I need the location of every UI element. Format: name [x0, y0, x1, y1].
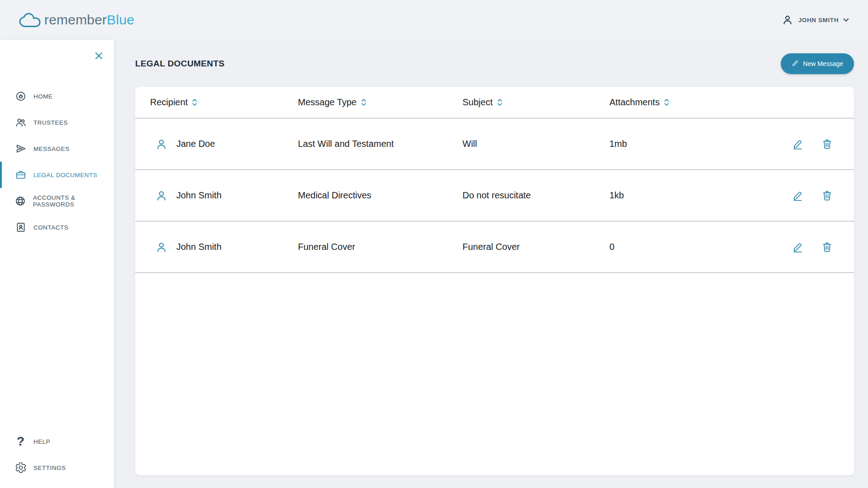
briefcase-icon [14, 169, 27, 181]
gear-icon [14, 462, 27, 474]
new-message-label: New Message [803, 60, 843, 67]
delete-button[interactable] [820, 137, 834, 151]
message-type-cell: Medical Directives [298, 190, 462, 201]
subject-cell: Will [462, 139, 609, 149]
person-icon [155, 189, 168, 202]
recipient-name: John Smith [176, 190, 222, 201]
sidebar-item-label: LEGAL DOCUMENTS [33, 172, 97, 178]
recipient-name: John Smith [176, 242, 222, 252]
question-mark-icon: ? [14, 435, 27, 448]
row-actions [745, 137, 834, 151]
column-header-message-type: Message Type [298, 97, 462, 108]
subject-cell: Do not resucitate [462, 190, 609, 201]
person-icon [155, 137, 168, 151]
sidebar-item-settings[interactable]: SETTINGS [0, 455, 114, 481]
topbar: rememberBlue JOHN SMITH [0, 0, 868, 40]
sidebar-item-label: HELP [33, 438, 50, 445]
person-icon [155, 240, 168, 254]
sort-icon[interactable] [361, 98, 367, 107]
sidebar-item-label: MESSAGES [33, 145, 70, 152]
edit-button[interactable] [791, 137, 805, 151]
edit-button[interactable] [791, 188, 805, 202]
sidebar-item-label: TRUSTEES [33, 119, 68, 126]
sidebar-item-accounts-passwords[interactable]: ACCOUNTS & PASSWORDS [0, 188, 114, 214]
attachments-cell: 1mb [609, 139, 745, 149]
column-label: Subject [462, 97, 493, 108]
message-type-cell: Last Will and Testament [298, 139, 462, 149]
attachments-cell: 0 [609, 242, 745, 252]
column-header-attachments: Attachments [609, 97, 745, 108]
table-row: John Smith Medical Directives Do not res… [135, 170, 854, 221]
home-icon [14, 90, 27, 102]
sidebar-item-trustees[interactable]: TRUSTEES [0, 109, 114, 136]
user-name: JOHN SMITH [798, 17, 839, 23]
column-header-subject: Subject [462, 97, 609, 108]
people-icon [14, 117, 27, 128]
recipient-name: Jane Doe [176, 139, 215, 149]
recipient-cell: John Smith [150, 189, 298, 202]
new-message-button[interactable]: New Message [781, 53, 854, 74]
page-header: LEGAL DOCUMENTS New Message [135, 53, 854, 74]
delete-button[interactable] [820, 240, 834, 254]
recipient-cell: Jane Doe [150, 137, 298, 151]
brand-name-primary: remember [44, 12, 107, 27]
chevron-down-icon [843, 16, 849, 24]
column-label: Attachments [609, 97, 660, 108]
sidebar-item-legal-documents[interactable]: LEGAL DOCUMENTS [0, 162, 114, 188]
sidebar: HOME TRUSTEES MESSAGES [0, 40, 114, 488]
message-type-cell: Funeral Cover [298, 242, 462, 252]
recipient-cell: John Smith [150, 240, 298, 254]
close-icon[interactable] [93, 50, 105, 62]
delete-button[interactable] [820, 188, 834, 202]
brand-name-secondary: Blue [107, 12, 134, 27]
contact-card-icon [14, 221, 27, 233]
sidebar-item-home[interactable]: HOME [0, 83, 114, 109]
table-header-row: Recipient Message Type Subject [135, 87, 854, 118]
brand-logo: rememberBlue [17, 12, 134, 28]
sort-icon[interactable] [664, 98, 670, 107]
main-content: LEGAL DOCUMENTS New Message Recipient [114, 40, 868, 488]
sidebar-item-messages[interactable]: MESSAGES [0, 136, 114, 162]
pencil-icon [792, 60, 799, 68]
sidebar-footer: ? HELP SETTINGS [0, 428, 114, 488]
globe-icon [14, 195, 26, 207]
sidebar-item-label: ACCOUNTS & PASSWORDS [33, 194, 114, 208]
column-label: Recipient [150, 97, 188, 108]
sidebar-item-help[interactable]: ? HELP [0, 428, 114, 455]
subject-cell: Funeral Cover [462, 242, 609, 252]
row-actions [745, 240, 834, 254]
row-actions [745, 188, 834, 202]
sidebar-item-contacts[interactable]: CONTACTS [0, 214, 114, 240]
brand-name: rememberBlue [44, 12, 134, 28]
sidebar-item-label: HOME [33, 93, 53, 100]
sidebar-item-label: SETTINGS [33, 465, 66, 471]
edit-button[interactable] [791, 240, 805, 254]
table-row: John Smith Funeral Cover Funeral Cover 0 [135, 221, 854, 273]
user-avatar-icon [781, 14, 794, 26]
send-icon [14, 143, 27, 155]
sort-icon[interactable] [192, 98, 198, 107]
cloud-logo-icon [17, 12, 42, 28]
user-menu[interactable]: JOHN SMITH [781, 14, 849, 26]
sidebar-item-label: CONTACTS [33, 224, 68, 231]
sort-icon[interactable] [497, 98, 503, 107]
column-header-recipient: Recipient [150, 97, 298, 108]
column-label: Message Type [298, 97, 357, 108]
documents-table-card: Recipient Message Type Subject [135, 87, 854, 475]
table-row: Jane Doe Last Will and Testament Will 1m… [135, 118, 854, 170]
attachments-cell: 1kb [609, 190, 745, 201]
page-title: LEGAL DOCUMENTS [135, 59, 225, 69]
